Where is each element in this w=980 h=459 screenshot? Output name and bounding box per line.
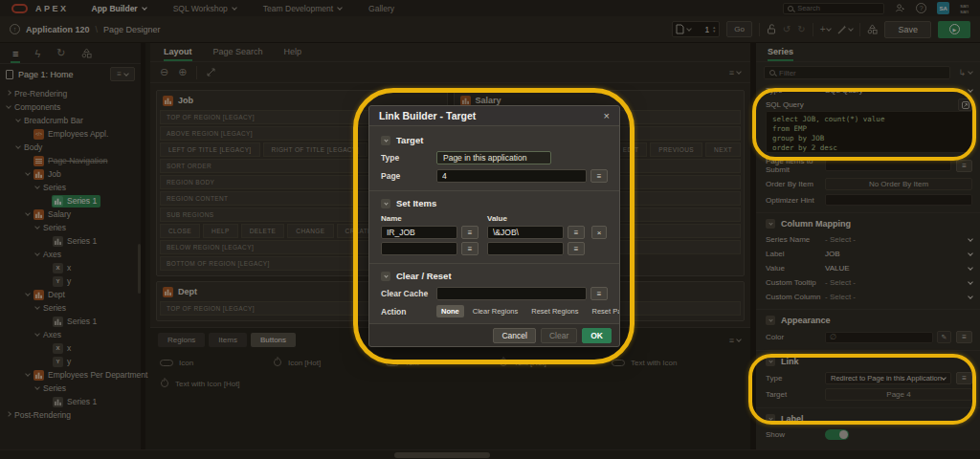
dialog-title: Link Builder - Target xyxy=(379,110,476,121)
link-builder-dialog: Link Builder - Target × Target Type Page… xyxy=(368,105,620,347)
remove-row-icon[interactable]: × xyxy=(591,226,607,239)
close-icon[interactable]: × xyxy=(604,111,610,121)
collapse-icon xyxy=(381,272,390,281)
ok-button[interactable]: OK xyxy=(582,328,612,343)
set-item-row: ≡ ≡ xyxy=(381,242,608,255)
dialog-footer: Cancel Clear OK xyxy=(369,323,619,346)
item-value-input[interactable] xyxy=(487,242,564,255)
action-options: NoneClear RegionsReset RegionsReset Pagi… xyxy=(436,305,619,317)
item-name-input[interactable] xyxy=(381,226,457,239)
target-page-row: Page ≡ xyxy=(381,169,608,183)
clear-reset-section-header[interactable]: Clear / Reset xyxy=(381,271,608,281)
action-row: Action NoneClear RegionsReset RegionsRes… xyxy=(381,305,608,317)
target-type-field[interactable]: Page in this application xyxy=(436,151,551,164)
lov-icon[interactable]: ≡ xyxy=(590,287,608,300)
lov-icon[interactable]: ≡ xyxy=(590,169,608,183)
lov-icon[interactable]: ≡ xyxy=(461,242,479,255)
clear-cache-input[interactable] xyxy=(436,287,587,300)
apex-page-designer: APEX App Builder SQL Workshop Team Devel… xyxy=(0,0,980,459)
clear-button[interactable]: Clear xyxy=(541,328,577,343)
dialog-header[interactable]: Link Builder - Target × xyxy=(369,106,619,126)
section-divider xyxy=(369,190,619,191)
action-option[interactable]: Reset Pagination xyxy=(587,305,619,317)
cancel-button[interactable]: Cancel xyxy=(493,328,535,343)
section-divider xyxy=(369,263,619,264)
page-input[interactable] xyxy=(436,169,587,183)
action-option[interactable]: None xyxy=(436,305,464,317)
lov-icon[interactable]: ≡ xyxy=(461,226,479,239)
collapse-icon xyxy=(381,136,390,145)
set-items-column-headers: Name Value xyxy=(381,214,608,223)
set-item-row: ≡ ≡ × xyxy=(381,226,608,239)
action-option[interactable]: Clear Regions xyxy=(468,305,523,317)
set-items-rows: ≡ ≡ × ≡ ≡ xyxy=(381,226,608,255)
target-type-row: Type Page in this application xyxy=(381,151,608,164)
item-name-input[interactable] xyxy=(381,242,457,255)
set-items-section-header[interactable]: Set Items xyxy=(381,198,608,208)
target-section-header[interactable]: Target xyxy=(381,135,608,145)
action-option[interactable]: Reset Regions xyxy=(526,305,583,317)
lov-icon[interactable]: ≡ xyxy=(568,242,585,255)
dialog-body: Target Type Page in this application Pag… xyxy=(369,126,619,323)
lov-icon[interactable]: ≡ xyxy=(568,226,585,239)
clear-cache-row: Clear Cache ≡ xyxy=(381,287,608,300)
collapse-icon xyxy=(381,199,390,208)
item-value-input[interactable] xyxy=(487,226,564,239)
